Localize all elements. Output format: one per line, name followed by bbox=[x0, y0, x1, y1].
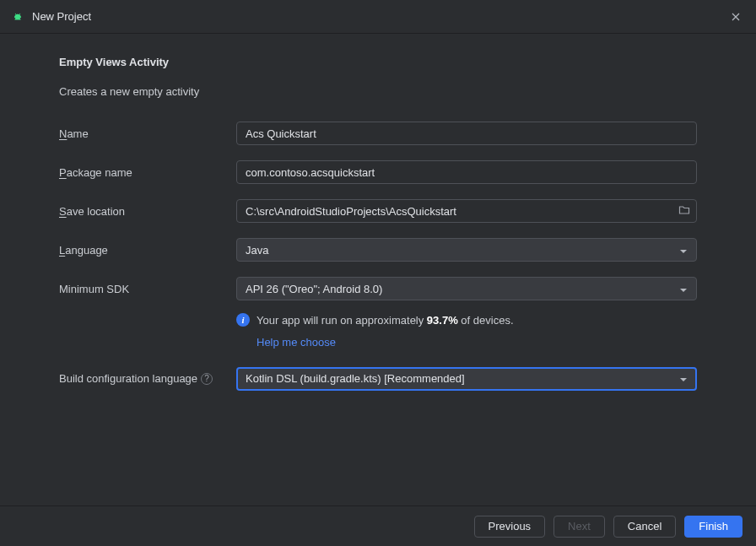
titlebar: New Project bbox=[0, 0, 756, 34]
name-input[interactable]: Acs Quickstart bbox=[236, 122, 697, 145]
page-subheading: Creates a new empty activity bbox=[59, 85, 697, 98]
close-icon[interactable] bbox=[727, 8, 744, 25]
help-me-choose-link[interactable]: Help me choose bbox=[256, 336, 336, 349]
language-select[interactable]: Java bbox=[236, 238, 697, 262]
dialog-content: Empty Views Activity Creates a new empty… bbox=[0, 34, 756, 423]
chevron-down-icon bbox=[679, 244, 688, 257]
label-save-location: Save location bbox=[59, 205, 236, 218]
label-package: Package name bbox=[59, 166, 236, 179]
chevron-down-icon bbox=[679, 283, 688, 295]
package-input[interactable]: com.contoso.acsquickstart bbox=[236, 160, 697, 184]
row-save-location: Save location C:\src\AndroidStudioProjec… bbox=[59, 199, 697, 223]
label-language: Language bbox=[59, 244, 236, 257]
chevron-down-icon bbox=[679, 372, 688, 385]
finish-button[interactable]: Finish bbox=[684, 516, 742, 538]
row-language: Language Java bbox=[59, 238, 697, 262]
page-heading: Empty Views Activity bbox=[59, 56, 697, 68]
android-studio-logo-icon bbox=[12, 11, 24, 23]
row-package: Package name com.contoso.acsquickstart bbox=[59, 160, 697, 184]
label-build-config: Build configuration language ? bbox=[59, 372, 236, 385]
folder-browse-icon[interactable] bbox=[678, 205, 690, 218]
row-min-sdk: Minimum SDK API 26 ("Oreo"; Android 8.0) bbox=[59, 277, 697, 300]
sdk-info-row: i Your app will run on approximately 93.… bbox=[236, 312, 697, 329]
min-sdk-select[interactable]: API 26 ("Oreo"; Android 8.0) bbox=[236, 277, 697, 300]
sdk-info-text: Your app will run on approximately 93.7%… bbox=[256, 312, 514, 329]
row-name: Name Acs Quickstart bbox=[59, 122, 697, 145]
build-config-select[interactable]: Kotlin DSL (build.gradle.kts) [Recommend… bbox=[236, 367, 697, 391]
previous-button[interactable]: Previous bbox=[474, 516, 546, 538]
help-icon[interactable]: ? bbox=[201, 373, 213, 385]
cancel-button[interactable]: Cancel bbox=[613, 516, 676, 538]
dialog-footer: Previous Next Cancel Finish bbox=[0, 505, 756, 546]
row-build-config: Build configuration language ? Kotlin DS… bbox=[59, 367, 697, 391]
next-button: Next bbox=[554, 516, 605, 538]
label-name: Name bbox=[59, 127, 236, 140]
save-location-input[interactable]: C:\src\AndroidStudioProjects\AcsQuicksta… bbox=[236, 199, 697, 223]
window-title: New Project bbox=[32, 10, 727, 23]
info-icon: i bbox=[236, 313, 250, 327]
label-min-sdk: Minimum SDK bbox=[59, 283, 236, 295]
